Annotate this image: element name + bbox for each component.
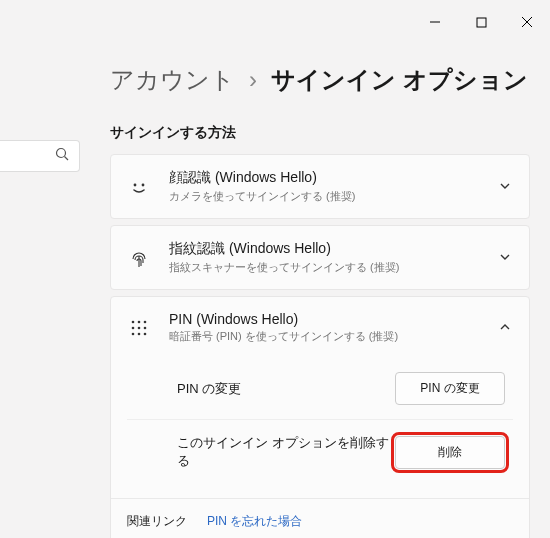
option-subtitle: カメラを使ってサインインする (推奨): [169, 189, 481, 204]
section-heading: サインインする方法: [110, 124, 530, 142]
search-icon: [55, 147, 69, 165]
fingerprint-icon: [127, 246, 151, 270]
maximize-button[interactable]: [458, 8, 504, 36]
titlebar: [0, 0, 550, 40]
svg-point-11: [132, 326, 135, 329]
minimize-button[interactable]: [412, 8, 458, 36]
svg-point-13: [144, 326, 147, 329]
option-pin-header[interactable]: PIN (Windows Hello) 暗証番号 (PIN) を使ってサインイン…: [111, 297, 529, 358]
svg-point-10: [144, 320, 147, 323]
face-icon: [127, 175, 151, 199]
search-input[interactable]: [0, 140, 80, 172]
pin-change-label: PIN の変更: [177, 380, 241, 398]
option-fingerprint[interactable]: 指紋認識 (Windows Hello) 指紋スキャナーを使ってサインインする …: [110, 225, 530, 290]
option-title: 指紋認識 (Windows Hello): [169, 240, 481, 258]
keypad-icon: [127, 316, 151, 340]
svg-point-16: [144, 332, 147, 335]
pin-remove-label: このサインイン オプションを削除する: [177, 434, 395, 470]
svg-point-7: [142, 183, 145, 186]
option-subtitle: 指紋スキャナーを使ってサインインする (推奨): [169, 260, 481, 275]
chevron-right-icon: ›: [249, 66, 257, 94]
svg-point-6: [134, 183, 137, 186]
forgot-pin-link[interactable]: PIN を忘れた場合: [207, 513, 302, 530]
option-subtitle: 暗証番号 (PIN) を使ってサインインする (推奨): [169, 329, 481, 344]
option-title: PIN (Windows Hello): [169, 311, 481, 327]
chevron-up-icon: [499, 319, 513, 337]
pin-change-button[interactable]: PIN の変更: [395, 372, 505, 405]
option-pin: PIN (Windows Hello) 暗証番号 (PIN) を使ってサインイン…: [110, 296, 530, 538]
option-title: 顔認識 (Windows Hello): [169, 169, 481, 187]
chevron-down-icon: [499, 249, 513, 267]
close-button[interactable]: [504, 8, 550, 36]
svg-rect-1: [477, 18, 486, 27]
sidebar: [0, 40, 80, 538]
option-face[interactable]: 顔認識 (Windows Hello) カメラを使ってサインインする (推奨): [110, 154, 530, 219]
breadcrumb: アカウント › サインイン オプション: [110, 40, 530, 96]
svg-point-4: [57, 149, 66, 158]
svg-line-5: [65, 157, 69, 161]
breadcrumb-parent[interactable]: アカウント: [110, 64, 235, 96]
svg-point-9: [138, 320, 141, 323]
svg-point-14: [132, 332, 135, 335]
page-title: サインイン オプション: [271, 64, 528, 96]
chevron-down-icon: [499, 178, 513, 196]
related-links-label: 関連リンク: [127, 513, 187, 530]
svg-point-8: [132, 320, 135, 323]
svg-point-12: [138, 326, 141, 329]
pin-remove-button[interactable]: 削除: [395, 436, 505, 469]
svg-point-15: [138, 332, 141, 335]
